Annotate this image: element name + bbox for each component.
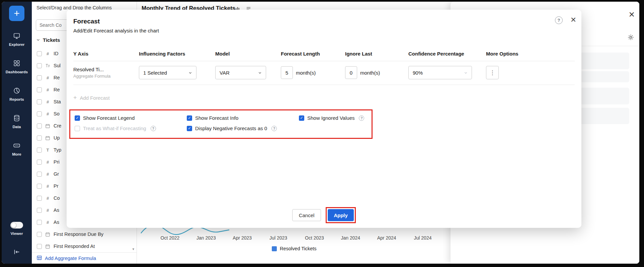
close-panel-icon[interactable]: ×: [629, 9, 635, 20]
column-label: Gr: [54, 171, 59, 177]
plus-icon: +: [73, 94, 77, 101]
column-checkbox[interactable]: [37, 196, 42, 201]
column-checkbox[interactable]: [37, 87, 42, 92]
help-icon[interactable]: ?: [271, 126, 277, 131]
column-header-model: Model: [215, 51, 281, 57]
sidebar-item-label: Explorer: [9, 42, 25, 47]
sidebar-item-dashboards[interactable]: Dashboards: [6, 60, 28, 74]
modal-title: Forecast: [73, 18, 575, 25]
date-type-icon: [45, 123, 51, 128]
column-header-confidence-percentage: Confidence Percentage: [408, 51, 486, 57]
gear-icon[interactable]: [627, 34, 634, 42]
column-label: ID: [54, 51, 59, 56]
chart-legend: Resolved Tickets: [272, 246, 317, 251]
checkbox-checked-icon[interactable]: ✓: [299, 115, 304, 121]
column-checkbox[interactable]: [37, 136, 42, 141]
column-checkbox[interactable]: [37, 148, 42, 153]
column-label: Re: [54, 75, 60, 80]
collapse-sidebar-icon[interactable]: [13, 248, 20, 257]
app-window: + ExplorerDashboardsReportsDataMore View…: [2, 2, 639, 264]
option-label: Show Forecast Legend: [83, 115, 135, 121]
forecast-row: Resolved Ti... Aggregate Formula 1 Selec…: [73, 61, 575, 85]
x-axis-label: Oct 2022: [161, 235, 180, 241]
modal-subtitle: Add/Edit Forecast analysis in the chart: [73, 28, 575, 33]
option-label: Show Forecast Info: [195, 115, 238, 121]
option-show-forecast-legend[interactable]: ✓Show Forecast Legend: [75, 113, 187, 123]
sidebar-items: ExplorerDashboardsReportsDataMore: [6, 21, 28, 156]
apply-button[interactable]: Apply: [328, 209, 354, 221]
column-checkbox[interactable]: [37, 160, 42, 165]
column-checkbox[interactable]: [37, 208, 42, 213]
forecast-table-header: Y AxisInfluencing FactorsModelForecast L…: [73, 51, 575, 61]
column-checkbox[interactable]: [37, 63, 42, 68]
create-button[interactable]: +: [9, 6, 24, 21]
column-label: First Responded At: [54, 244, 95, 249]
column-checkbox[interactable]: [37, 220, 42, 225]
column-label: Sta: [54, 99, 61, 104]
sidebar-item-reports[interactable]: Reports: [6, 87, 28, 101]
column-header-more-options: More Options: [486, 51, 575, 57]
sidebar: + ExplorerDashboardsReportsDataMore View…: [2, 2, 32, 264]
column-checkbox[interactable]: [37, 99, 42, 104]
sidebar-item-label: Reports: [9, 97, 24, 101]
number-type-icon: #: [45, 99, 51, 104]
add-forecast-label: Add Forecast: [80, 95, 110, 101]
aggregate-formula-icon: [36, 255, 42, 262]
ignore-last-input[interactable]: [345, 66, 357, 79]
close-icon[interactable]: ×: [571, 14, 576, 25]
checkbox-unchecked-icon[interactable]: [75, 126, 80, 131]
column-label: Co: [54, 195, 60, 201]
explorer-icon: [13, 32, 20, 40]
viewer-toggle[interactable]: [10, 222, 23, 229]
x-axis-label: Jul 2024: [414, 235, 432, 241]
column-checkbox[interactable]: [37, 51, 42, 56]
number-type-icon: #: [45, 111, 51, 116]
option-display-negative-forecasts-as-0[interactable]: ✓Display Negative Forecasts as 0?: [187, 123, 299, 134]
scrollbar-down-arrow[interactable]: ▾: [132, 247, 134, 251]
help-icon[interactable]: ?: [151, 126, 156, 131]
option-show-ignored-values[interactable]: ✓Show Ignored Values?: [299, 113, 372, 123]
column-checkbox[interactable]: [37, 123, 42, 128]
x-axis-label: Jan 2024: [341, 235, 360, 241]
column-item-first-response-due-by[interactable]: First Response Due By: [32, 228, 137, 240]
x-axis-label: Oct 2023: [305, 235, 324, 241]
sidebar-item-explorer[interactable]: Explorer: [6, 32, 28, 47]
checkbox-checked-icon[interactable]: ✓: [187, 115, 192, 121]
checkbox-checked-icon[interactable]: ✓: [187, 126, 192, 131]
row-more-options-button[interactable]: ⋮: [486, 66, 499, 79]
column-checkbox[interactable]: [37, 244, 42, 249]
influencing-factors-select[interactable]: 1 Selected: [139, 66, 196, 79]
text-type-icon: T: [45, 148, 51, 153]
help-icon[interactable]: ?: [555, 16, 563, 24]
column-label: Sul: [54, 63, 61, 68]
column-item-first-responded-at[interactable]: First Responded At: [32, 240, 137, 252]
tickets-section-toggle[interactable]: Tickets: [36, 37, 60, 43]
column-checkbox[interactable]: [37, 232, 42, 237]
column-checkbox[interactable]: [37, 111, 42, 116]
option-show-forecast-info[interactable]: ✓Show Forecast Info: [187, 113, 299, 123]
option-treat-as-what-if-forecasting[interactable]: Treat as What-if Forecasting?: [75, 123, 187, 134]
toggle-knob: [11, 222, 16, 228]
legend-label: Resolved Tickets: [280, 246, 317, 251]
date-type-icon: [45, 244, 51, 249]
y-axis-value: Resolved Ti...: [73, 67, 139, 72]
cancel-button[interactable]: Cancel: [292, 209, 321, 221]
add-forecast-button[interactable]: + Add Forecast: [73, 94, 110, 101]
column-checkbox[interactable]: [37, 75, 42, 80]
column-checkbox[interactable]: [37, 172, 42, 177]
column-label: So: [54, 111, 60, 116]
confidence-percentage-select[interactable]: 90%: [408, 66, 472, 79]
sidebar-item-data[interactable]: Data: [6, 114, 28, 129]
column-checkbox[interactable]: [37, 184, 42, 189]
dashboards-icon: [13, 60, 20, 68]
model-select[interactable]: VAR: [215, 66, 266, 79]
sidebar-item-more[interactable]: More: [6, 142, 28, 156]
checkbox-checked-icon[interactable]: ✓: [75, 115, 80, 121]
data-icon: [13, 114, 20, 122]
add-aggregate-formula-button[interactable]: Add Aggregate Formula: [32, 252, 137, 264]
forecast-length-input[interactable]: [281, 66, 293, 79]
help-icon[interactable]: ?: [359, 115, 364, 121]
x-axis-label: Jul 2023: [269, 235, 287, 241]
apply-highlight-annotation: Apply: [326, 207, 356, 223]
table-name: Tickets: [43, 37, 60, 43]
